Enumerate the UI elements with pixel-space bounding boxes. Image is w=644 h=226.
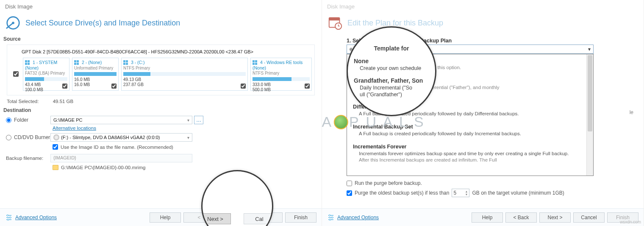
alternative-locations-link[interactable]: Alternative locations <box>53 126 322 131</box>
svg-rect-7 <box>77 60 79 62</box>
purge-oldest-row[interactable]: Purge the oldest backup set(s) if less t… <box>347 189 644 197</box>
partition-fs: NTFS Primary <box>123 66 246 70</box>
cddvd-value: (F:) - Slimtype, DVD A DA8A6SH vGAA2 (0:… <box>61 135 160 140</box>
backup-filename-input[interactable]: {IMAGEID} <box>50 154 192 162</box>
template-item-incrementals-forever[interactable]: Incrementals Forever Incrementals foreve… <box>347 140 593 167</box>
chevron-down-icon: ▾ <box>588 46 591 52</box>
partition-used: 16.0 MB <box>74 77 117 82</box>
chevron-down-icon: ▾ <box>187 118 189 123</box>
purge-gb-suffix: GB on the target volume (minimum 1GB) <box>472 190 564 196</box>
source-disk-box: GPT Disk 2 [57DE08B5-D551-490F-84CD-B4B0… <box>7 45 315 95</box>
source-section-label: Source <box>3 36 318 42</box>
svg-rect-13 <box>126 63 128 65</box>
window-title: Disk Image <box>322 0 644 13</box>
partition-used: 43.4 MB <box>25 82 67 87</box>
partition-1[interactable]: 1 - SYSTEM (None) FAT32 (LBA) Primary 43… <box>23 58 69 91</box>
folder-combo[interactable]: G:\IMAGE PC ▾ <box>50 116 192 124</box>
svg-rect-12 <box>123 63 125 65</box>
use-imageid-row[interactable]: Use the Image ID as the file name. (Reco… <box>53 144 322 150</box>
magnified-option-gfs-desc1: Daily Incremental ("So <box>360 85 429 91</box>
backup-filename-row: Backup filename: {IMAGEID} <box>6 154 317 162</box>
result-path-text: G:\IMAGE PC\{IMAGEID}-00-00.mrimg <box>61 165 145 170</box>
svg-rect-14 <box>253 60 255 62</box>
folder-row: Folder G:\IMAGE PC ▾ … <box>6 116 317 124</box>
template-item-incremental[interactable]: Incremental Backup Set A Full backup is … <box>347 120 593 140</box>
magnifier-template-dropdown: Template for None Create your own schedu… <box>347 26 436 116</box>
magnified-next-button: Next > <box>201 213 231 224</box>
finish-button[interactable]: Finish <box>285 212 316 223</box>
folder-value: G:\IMAGE PC <box>53 117 82 123</box>
svg-rect-9 <box>77 63 79 65</box>
sliders-icon <box>5 214 13 221</box>
svg-rect-15 <box>255 60 257 62</box>
select-disk-checkbox[interactable] <box>13 71 19 77</box>
folder-radio[interactable]: Folder <box>6 117 50 123</box>
partition-checkbox[interactable] <box>62 84 67 89</box>
scrollbar-thumb[interactable] <box>588 55 592 131</box>
partition-checkbox[interactable] <box>305 84 310 89</box>
svg-rect-11 <box>126 60 128 62</box>
svg-rect-2 <box>25 60 27 62</box>
wizard-footer: Advanced Options Help < Next > Cal Finis… <box>0 208 322 226</box>
partition-total: 16.0 MB <box>74 82 117 87</box>
hint-letter: le <box>630 109 633 115</box>
svg-rect-4 <box>25 63 27 65</box>
svg-rect-10 <box>123 60 125 62</box>
purge-gb-value: 5 <box>453 190 456 196</box>
disc-icon <box>53 134 59 140</box>
partition-fs: FAT32 (LBA) Primary <box>25 71 67 75</box>
cddvd-row: CD/DVD Burner (F:) - Slimtype, DVD A DA8… <box>6 133 317 142</box>
cddvd-combo[interactable]: (F:) - Slimtype, DVD A DA8A6SH vGAA2 (0:… <box>50 133 192 142</box>
partition-checkbox[interactable] <box>241 84 246 89</box>
partition-3[interactable]: 3 - (C:) NTFS Primary 49.13 GB 237.87 GB <box>121 58 248 91</box>
result-path: G:\IMAGE PC\{IMAGEID}-00-00.mrimg <box>53 165 322 170</box>
purge-oldest-label: Purge the oldest backup set(s) if less t… <box>355 190 449 196</box>
total-selected-value: 49.51 GB <box>53 99 74 104</box>
wizard-footer: Advanced Options Help < Back Next > Canc… <box>322 208 644 226</box>
magnified-header: Template for <box>354 45 429 52</box>
magnifier-next-button: Next > Cal <box>201 170 273 226</box>
svg-rect-6 <box>74 60 76 62</box>
advanced-options-link[interactable]: Advanced Options <box>327 214 379 221</box>
partition-4[interactable]: 4 - Windows RE tools (None) NTFS Primary… <box>250 58 312 91</box>
svg-point-18 <box>7 215 8 216</box>
partition-2[interactable]: 2 - (None) Unformatted Primary 16.0 MB 1… <box>72 58 119 91</box>
sliders-icon <box>327 214 335 221</box>
header: Select Source Drive(s) and Image Destina… <box>0 13 322 35</box>
svg-rect-17 <box>255 63 257 65</box>
back-button[interactable]: < Back <box>505 212 537 223</box>
use-imageid-checkbox[interactable] <box>53 144 58 150</box>
help-button[interactable]: Help <box>472 212 503 223</box>
partition-label: 4 - Windows RE tools (None) <box>253 60 303 70</box>
magnified-option-none-desc: Create your own schedule <box>360 65 429 71</box>
destination-section-label: Destination <box>3 107 318 113</box>
cancel-button[interactable]: Cancel <box>573 212 605 223</box>
cddvd-radio[interactable]: CD/DVD Burner <box>6 134 50 140</box>
svg-point-20 <box>7 219 9 220</box>
window-title: Disk Image <box>0 0 322 13</box>
svg-rect-8 <box>74 63 76 65</box>
help-button[interactable]: Help <box>150 212 181 223</box>
next-button[interactable]: Next > <box>539 212 571 223</box>
svg-rect-16 <box>253 63 255 65</box>
scrollbar[interactable] <box>586 54 593 176</box>
partition-used: 49.13 GB <box>123 77 246 82</box>
purge-oldest-checkbox[interactable] <box>347 190 352 196</box>
partition-label: 3 - (C:) <box>131 60 145 65</box>
purge-gb-spinner[interactable]: 5 ▲▼ <box>452 189 469 197</box>
run-purge-checkbox[interactable] <box>347 181 352 186</box>
run-purge-label: Run the purge before backup. <box>355 180 422 186</box>
partition-checkbox[interactable] <box>111 84 117 89</box>
svg-rect-22 <box>329 18 340 21</box>
svg-rect-3 <box>28 60 30 62</box>
run-purge-row[interactable]: Run the purge before backup. <box>347 180 644 186</box>
spinner-buttons[interactable]: ▲▼ <box>465 190 468 196</box>
calendar-clock-icon <box>327 15 343 31</box>
advanced-options-link[interactable]: Advanced Options <box>5 214 57 221</box>
page-title: Edit the Plan for this Backup <box>347 19 443 28</box>
browse-button[interactable]: … <box>194 116 203 124</box>
total-selected-row: Total Selected: 49.51 GB <box>7 99 315 104</box>
windows-icon <box>253 60 258 65</box>
svg-point-19 <box>9 217 11 218</box>
partition-label: 2 - (None) <box>82 60 102 65</box>
